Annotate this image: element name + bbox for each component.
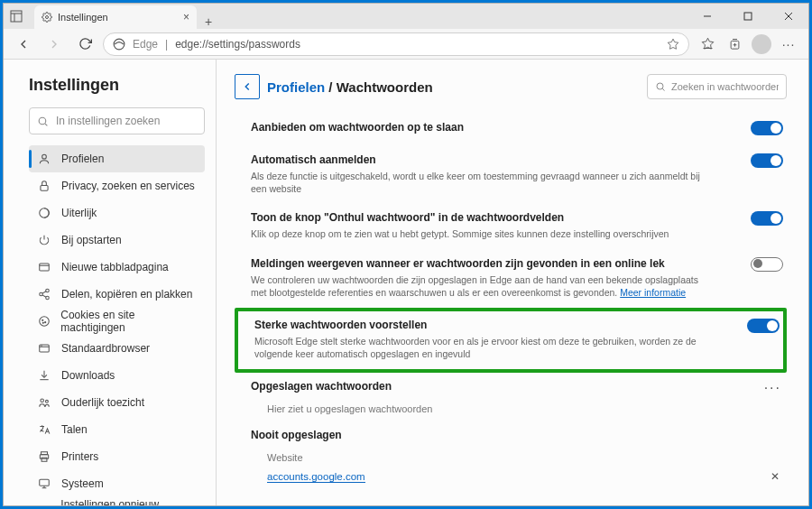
sidebar-item-downloads[interactable]: Downloads [29,362,205,389]
svg-point-15 [39,117,46,125]
sidebar-item-systeem[interactable]: Systeem [29,470,205,497]
sidebar-item-talen[interactable]: Talen [29,416,205,443]
sidebar-item-label: Profielen [61,153,104,165]
sidebar-item-cookies-en-site-machtigingen[interactable]: Cookies en site machtigingen [29,308,205,335]
sidebar-item-label: Standaardbrowser [61,342,150,355]
sidebar-item-standaardbrowser[interactable]: Standaardbrowser [29,335,205,362]
collections-button[interactable] [722,32,747,57]
sidebar-item-delen-kopi-ren-en-plakken[interactable]: Delen, kopiëren en plakken [29,281,205,308]
setting-row: Aanbieden om wachtwoorden op te slaan [235,114,787,146]
close-window-button[interactable] [768,4,808,29]
sidebar-item-label: Nieuwe tabbladpagina [61,261,169,273]
svg-point-3 [46,16,49,19]
setting-title: Aanbieden om wachtwoorden op te slaan [251,121,787,134]
sidebar-item-ouderlijk-toezicht[interactable]: Ouderlijk toezicht [29,389,205,416]
svg-line-46 [662,88,664,90]
search-icon [655,81,666,92]
close-tab-icon[interactable]: × [183,11,189,23]
setting-row: Meldingen weergeven wanneer er wachtwoor… [235,250,787,308]
lock-icon [38,180,52,192]
settings-sidebar: Instellingen In instellingen zoeken Prof… [4,60,216,505]
svg-rect-38 [42,458,47,461]
settings-search-input[interactable]: In instellingen zoeken [29,107,205,134]
address-prefix: Edge [133,38,158,51]
settings-main-panel: Profielen / Wachtwoorden Zoeken in wacht… [217,60,808,505]
setting-row: Automatisch aanmeldenAls deze functie is… [235,146,787,204]
search-icon [37,116,49,127]
system-icon [38,477,52,490]
address-url: edge://settings/passwords [175,38,300,51]
svg-point-34 [41,399,44,403]
svg-point-35 [45,400,48,403]
setting-row: Sterke wachtwoorden voorstellenMicrosoft… [235,308,787,373]
address-bar[interactable]: Edge | edge://settings/passwords [103,32,689,56]
svg-line-26 [42,295,46,297]
sidebar-item-label: Uiterlijk [61,207,97,219]
learn-more-link[interactable]: Meer informatie [620,287,686,298]
setting-description: We controleren uw wachtwoorden die zijn … [251,273,702,299]
saved-passwords-section: Opgeslagen wachtwoorden ··· [235,373,787,398]
nav-back-button[interactable] [11,32,36,57]
setting-toggle[interactable] [751,257,783,272]
new-tab-button[interactable]: + [197,14,220,29]
svg-line-16 [45,124,47,125]
minimize-button[interactable] [687,4,727,29]
sidebar-item-instellingen-opnieuw-instellen[interactable]: Instellingen opnieuw instellen [29,497,205,505]
breadcrumb: Profielen / Wachtwoorden [267,79,433,95]
favorites-button[interactable] [695,32,720,57]
setting-toggle[interactable] [751,121,783,135]
download-icon [38,369,52,382]
language-icon [38,423,52,436]
setting-description: Klik op deze knop om te zien wat u hebt … [251,227,702,240]
setting-description: Als deze functie is uitgeschakeld, wordt… [251,170,702,195]
share-icon [38,288,52,301]
setting-toggle[interactable] [747,319,780,333]
saved-passwords-more-button[interactable]: ··· [764,380,781,396]
gear-icon [42,12,52,23]
svg-point-30 [42,322,43,323]
setting-title: Toon de knop "Onthul wachtwoord" in de w… [251,211,787,224]
never-saved-column-label: Website [235,452,787,463]
setting-title: Meldingen weergeven wanneer er wachtwoor… [251,257,787,270]
breadcrumb-root[interactable]: Profielen [267,79,325,95]
settings-search-placeholder: In instellingen zoeken [56,115,160,127]
sidebar-item-label: Delen, kopiëren en plakken [61,288,192,301]
nav-forward-button[interactable] [42,32,67,57]
browser-tab-settings[interactable]: Instellingen × [34,5,197,29]
cookie-icon [38,315,51,328]
setting-toggle[interactable] [751,153,783,168]
svg-point-23 [40,292,43,296]
never-saved-site-link[interactable]: accounts.google.com [267,471,365,483]
svg-point-33 [42,346,42,347]
setting-description: Microsoft Edge stelt sterke wachtwoorden… [254,335,706,360]
app-menu-icon[interactable] [4,4,29,29]
profile-button[interactable] [749,32,774,57]
svg-point-29 [45,322,46,323]
breadcrumb-back-button[interactable] [235,74,260,99]
svg-point-28 [42,319,43,320]
setting-toggle[interactable] [751,211,783,226]
menu-button[interactable]: ··· [776,32,801,57]
sidebar-item-printers[interactable]: Printers [29,443,205,470]
sidebar-item-label: Printers [61,450,98,463]
passwords-search-input[interactable]: Zoeken in wachtwoorden [647,74,787,99]
setting-title: Sterke wachtwoorden voorstellen [254,319,783,331]
person-icon [38,153,52,165]
sidebar-item-label: Bij opstarten [61,234,122,246]
breadcrumb-sep: / [325,79,337,95]
sidebar-item-bij-opstarten[interactable]: Bij opstarten [29,227,205,254]
sidebar-item-uiterlijk[interactable]: Uiterlijk [29,199,205,227]
svg-marker-10 [702,38,714,49]
printer-icon [38,450,52,463]
sidebar-item-privacy-zoeken-en-services[interactable]: Privacy, zoeken en services [29,172,205,199]
sidebar-item-profielen[interactable]: Profielen [29,145,205,172]
window-controls [687,4,808,29]
main-header: Profielen / Wachtwoorden Zoeken in wacht… [235,74,787,99]
sidebar-item-nieuwe-tabbladpagina[interactable]: Nieuwe tabbladpagina [29,254,205,281]
read-aloud-icon[interactable] [667,38,679,51]
refresh-button[interactable] [72,32,97,57]
maximize-button[interactable] [727,4,768,29]
saved-passwords-title: Opgeslagen wachtwoorden [251,380,787,393]
svg-point-27 [40,317,50,327]
remove-site-button[interactable]: ✕ [770,470,780,483]
